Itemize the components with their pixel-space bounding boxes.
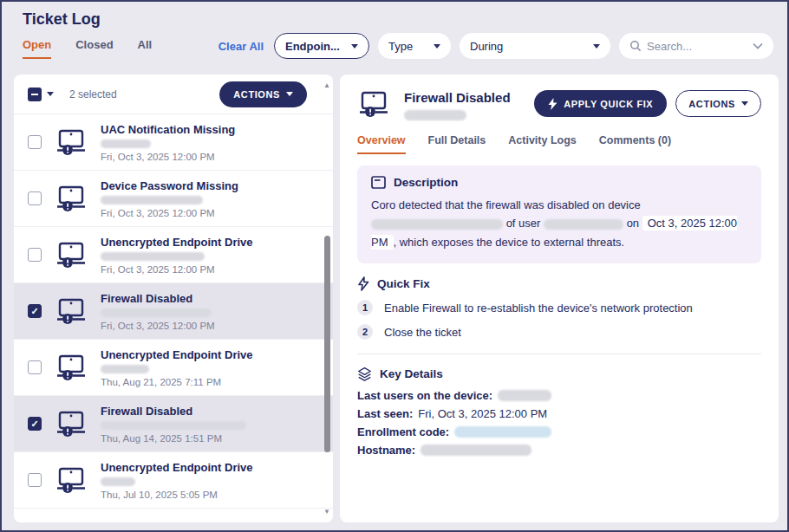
ticket-checkbox[interactable] <box>28 135 42 149</box>
detail-tabs: Overview Full Details Activity Logs Comm… <box>357 134 761 154</box>
step-number-badge: 2 <box>357 324 373 340</box>
ticket-checkbox[interactable] <box>28 473 42 487</box>
tab-full-details[interactable]: Full Details <box>428 134 486 154</box>
list-actions-button[interactable]: ACTIONS <box>219 81 307 107</box>
section-divider <box>357 354 761 354</box>
redacted-device-name <box>101 308 212 317</box>
apply-quick-fix-button[interactable]: APPLY QUICK FIX <box>534 90 667 117</box>
ticket-row[interactable]: Unencrypted Endpoint DriveThu, Jul 10, 2… <box>14 452 333 509</box>
ticket-row[interactable]: Firewall DisabledThu, Aug 14, 2025 1:51 … <box>14 396 333 452</box>
chevron-down-icon <box>351 44 358 49</box>
redacted-device-name <box>101 252 205 261</box>
ticket-row-date: Thu, Jul 10, 2025 5:05 PM <box>101 490 253 500</box>
redacted-device-name <box>101 365 149 373</box>
ticket-row-title: Unencrypted Endpoint Drive <box>101 348 253 361</box>
during-filter-label: During <box>470 40 588 53</box>
endpoint-device-alert-icon <box>55 410 88 438</box>
ticket-row[interactable]: Unencrypted Endpoint Drive <box>14 509 333 522</box>
select-all-checkbox[interactable] <box>28 88 42 101</box>
ticket-row-title: UAC Notification Missing <box>101 123 235 136</box>
scroll-down-arrow-icon[interactable]: ▼ <box>323 508 330 516</box>
redacted-device-name <box>101 139 151 148</box>
document-icon <box>371 176 386 189</box>
apply-quick-fix-label: APPLY QUICK FIX <box>564 99 653 109</box>
ticket-row-title: Unencrypted Endpoint Drive <box>101 236 253 249</box>
quick-fix-section: Quick Fix 1 Enable Firewall to re-establ… <box>357 276 761 340</box>
detail-actions-label: ACTIONS <box>688 99 735 109</box>
type-filter-dropdown[interactable]: Type <box>378 33 451 59</box>
ticket-checkbox[interactable] <box>28 248 42 262</box>
description-heading: Description <box>394 176 458 189</box>
tab-overview[interactable]: Overview <box>357 134 406 154</box>
endpoint-filter-dropdown[interactable]: Endpoin... <box>274 33 369 59</box>
key-details-heading: Key Details <box>380 367 443 380</box>
endpoint-filter-label: Endpoin... <box>285 40 346 53</box>
redacted-device-name <box>101 421 246 430</box>
quick-fix-step: 1 Enable Firewall to re-establish the de… <box>357 300 761 315</box>
scrollbar-thumb[interactable] <box>324 236 330 452</box>
during-filter-dropdown[interactable]: During <box>460 33 610 59</box>
tab-open[interactable]: Open <box>23 38 51 59</box>
ticket-row-title: Device Password Missing <box>101 179 238 192</box>
endpoint-device-alert-icon <box>357 90 390 119</box>
page-title: Ticket Log <box>23 10 101 29</box>
description-card: Description Coro detected that the firew… <box>357 165 761 263</box>
redacted-value <box>454 426 551 438</box>
last-seen-value: Fri, Oct 3, 2025 12:00 PM <box>418 407 547 420</box>
ticket-checkbox[interactable] <box>28 304 42 318</box>
endpoint-device-alert-icon <box>55 522 88 523</box>
tab-comments[interactable]: Comments (0) <box>599 134 671 154</box>
ticket-row-title: Firewall Disabled <box>101 405 246 418</box>
key-detail-row: Hostname: <box>357 444 761 457</box>
ticket-checkbox[interactable] <box>28 191 42 205</box>
step-text: Close the ticket <box>384 326 461 339</box>
endpoint-device-alert-icon <box>55 128 88 157</box>
redacted-device-name <box>101 477 135 486</box>
chevron-down-icon <box>753 42 763 49</box>
ticket-list-panel: 2 selected ACTIONS UAC Notification Miss… <box>14 75 333 522</box>
ticket-row[interactable]: Device Password MissingFri, Oct 3, 2025 … <box>14 171 333 227</box>
endpoint-device-alert-icon <box>55 241 88 269</box>
ticket-rows: UAC Notification MissingFri, Oct 3, 2025… <box>14 114 333 522</box>
status-tabs: Open Closed All <box>23 38 152 59</box>
ticket-row-date: Thu, Aug 21, 2025 7:11 PM <box>101 377 253 387</box>
key-details-section: Key Details Last users on the device: La… <box>357 367 761 457</box>
ticket-row-date: Fri, Oct 3, 2025 12:00 PM <box>101 264 253 275</box>
ticket-row-title: Unencrypted Endpoint Drive <box>101 461 253 474</box>
ticket-row[interactable]: Unencrypted Endpoint DriveThu, Aug 21, 2… <box>14 340 333 396</box>
search-input[interactable]: Search... <box>619 33 773 59</box>
ticket-row[interactable]: Firewall DisabledFri, Oct 3, 2025 12:00 … <box>14 283 333 340</box>
list-header: 2 selected ACTIONS <box>14 75 333 114</box>
ticket-checkbox[interactable] <box>28 417 42 431</box>
ticket-detail-panel: Firewall Disabled APPLY QUICK FIX ACTION… <box>340 75 779 522</box>
selected-count: 2 selected <box>69 88 117 101</box>
ticket-row-date: Thu, Aug 14, 2025 1:51 PM <box>101 433 246 444</box>
endpoint-device-alert-icon <box>55 354 88 382</box>
chevron-down-icon <box>434 44 440 49</box>
ticket-row-title: Firewall Disabled <box>101 292 215 305</box>
scroll-up-arrow-icon[interactable]: ▲ <box>323 81 330 89</box>
key-detail-row: Last users on the device: <box>357 389 761 402</box>
tab-activity-logs[interactable]: Activity Logs <box>508 134 577 154</box>
tab-closed[interactable]: Closed <box>75 38 113 59</box>
chevron-down-icon <box>593 44 600 49</box>
lightning-bolt-icon <box>548 98 558 110</box>
ticket-row[interactable]: UAC Notification MissingFri, Oct 3, 2025… <box>14 114 333 171</box>
redacted-device-name <box>371 219 503 230</box>
select-menu-chevron-icon[interactable] <box>47 92 54 96</box>
redacted-device-name <box>404 110 466 120</box>
clear-all-link[interactable]: Clear All <box>218 40 264 53</box>
redacted-value <box>498 390 551 401</box>
ticket-row[interactable]: Unencrypted Endpoint DriveFri, Oct 3, 20… <box>14 227 333 283</box>
search-placeholder: Search... <box>647 40 753 53</box>
ticket-row-date: Fri, Oct 3, 2025 12:00 PM <box>101 321 215 331</box>
endpoint-device-alert-icon <box>357 90 390 119</box>
endpoint-device-alert-icon <box>55 297 88 326</box>
list-scrollbar[interactable]: ▲ ▼ <box>322 76 332 521</box>
ticket-checkbox[interactable] <box>28 360 42 374</box>
tab-all[interactable]: All <box>138 38 153 59</box>
detail-actions-button[interactable]: ACTIONS <box>675 90 761 117</box>
endpoint-device-alert-icon <box>55 185 88 213</box>
quick-fix-heading: Quick Fix <box>377 277 430 290</box>
chevron-down-icon <box>286 92 293 96</box>
